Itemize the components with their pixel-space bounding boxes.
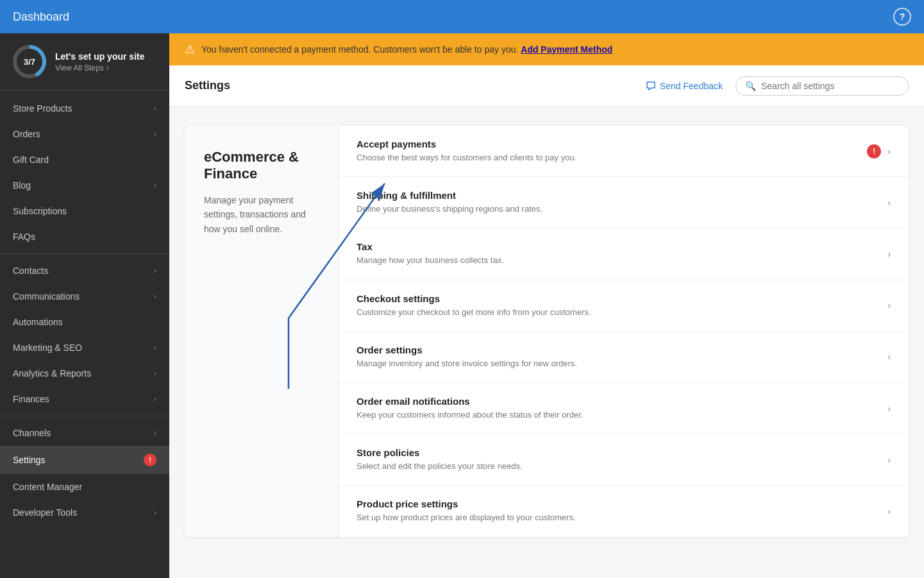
sidebar: 3/7 Let's set up your site View All Step… (0, 33, 169, 578)
sidebar-item-settings[interactable]: Settings ! (0, 446, 169, 474)
setup-section[interactable]: 3/7 Let's set up your site View All Step… (0, 33, 169, 90)
row-title: Shipping & fulfillment (357, 190, 887, 201)
feedback-icon (646, 81, 656, 91)
view-all-steps-link[interactable]: View All Steps › (55, 64, 144, 72)
sidebar-item-channels[interactable]: Channels › (0, 420, 169, 446)
chevron-icon: › (154, 395, 156, 404)
row-description: Customize your checkout to get more info… (357, 307, 887, 318)
sidebar-divider-2 (0, 416, 169, 416)
row-title: Order email notifications (357, 396, 887, 407)
help-button[interactable]: ? (893, 8, 911, 26)
sidebar-item-automations[interactable]: Automations (0, 309, 169, 335)
chevron-icon: › (154, 343, 156, 352)
sidebar-item-finances[interactable]: Finances › (0, 386, 169, 412)
sidebar-item-store-products[interactable]: Store Products › (0, 96, 169, 121)
chevron-icon: › (887, 455, 891, 465)
chevron-icon: › (887, 352, 891, 362)
row-title: Order settings (357, 344, 887, 355)
setup-progress-text: 3/7 (17, 49, 42, 74)
sidebar-item-blog[interactable]: Blog › (0, 173, 169, 198)
row-title: Accept payments (357, 139, 867, 149)
sidebar-divider (0, 253, 169, 254)
add-payment-method-link[interactable]: Add Payment Method (521, 44, 612, 55)
chevron-icon: › (154, 104, 156, 113)
setup-title: Let's set up your site (55, 51, 144, 62)
sidebar-item-faqs[interactable]: FAQs (0, 224, 169, 250)
settings-row-tax[interactable]: Tax Manage how your business collects ta… (339, 228, 909, 280)
settings-row-order-email[interactable]: Order email notifications Keep your cust… (339, 383, 909, 434)
settings-row-store-policies[interactable]: Store policies Select and edit the polic… (339, 434, 909, 486)
main-layout: 3/7 Let's set up your site View All Step… (0, 33, 924, 578)
settings-row-checkout[interactable]: Checkout settings Customize your checkou… (339, 280, 909, 332)
sidebar-item-developer-tools[interactable]: Developer Tools › (0, 500, 169, 525)
sidebar-item-communications[interactable]: Communications › (0, 284, 169, 309)
content-area: ⚠ You haven't connected a payment method… (169, 33, 924, 578)
chevron-icon: › (154, 508, 156, 517)
sidebar-item-content-manager[interactable]: Content Manager (0, 474, 169, 500)
row-title: Product price settings (357, 498, 887, 509)
row-title: Tax (357, 241, 887, 252)
chevron-icon: › (887, 198, 891, 208)
settings-error-badge: ! (144, 454, 156, 466)
chevron-icon: › (154, 181, 156, 190)
chevron-icon: › (154, 292, 156, 301)
settings-row-order-settings[interactable]: Order settings Manage inventory and stor… (339, 332, 909, 383)
search-box[interactable]: 🔍 (735, 76, 909, 96)
row-description: Define your business's shipping regions … (357, 203, 887, 215)
panel-section-title: eCommerce & Finance (204, 149, 319, 183)
row-description: Keep your customers informed about the s… (357, 409, 887, 421)
sidebar-item-orders[interactable]: Orders › (0, 121, 169, 147)
chevron-icon: › (887, 404, 891, 414)
chevron-icon: › (887, 506, 891, 516)
row-error-badge: ! (867, 144, 881, 158)
settings-content: eCommerce & Finance Manage your payment … (169, 106, 924, 578)
setup-progress-circle: 3/7 (13, 45, 46, 78)
settings-panel: eCommerce & Finance Manage your payment … (185, 126, 909, 537)
row-description: Set up how product prices are displayed … (357, 512, 887, 523)
chevron-icon: › (887, 146, 891, 157)
warning-banner: ⚠ You haven't connected a payment method… (169, 33, 924, 65)
warning-icon: ⚠ (185, 42, 195, 56)
header-actions: Send Feedback 🔍 (646, 76, 909, 96)
panel-section-description: Manage your payment settings, transactio… (204, 193, 319, 236)
search-icon: 🔍 (745, 81, 756, 91)
row-title: Checkout settings (357, 293, 887, 304)
row-title: Store policies (357, 447, 887, 458)
chevron-icon: › (154, 266, 156, 275)
chevron-icon: › (887, 249, 891, 259)
settings-header: Settings Send Feedback 🔍 (169, 65, 924, 106)
chevron-icon: › (154, 130, 156, 139)
row-description: Choose the best ways for customers and c… (357, 152, 867, 164)
sidebar-item-marketing-seo[interactable]: Marketing & SEO › (0, 335, 169, 361)
warning-message: You haven't connected a payment method. … (201, 44, 909, 55)
panel-right: Accept payments Choose the best ways for… (339, 126, 909, 537)
chevron-icon: › (154, 369, 156, 378)
app-title: Dashboard (13, 10, 69, 24)
sidebar-nav: Store Products › Orders › Gift Card Blog… (0, 90, 169, 578)
sidebar-item-contacts[interactable]: Contacts › (0, 258, 169, 284)
search-input[interactable] (761, 81, 899, 91)
settings-row-product-price[interactable]: Product price settings Set up how produc… (339, 486, 909, 536)
settings-row-shipping[interactable]: Shipping & fulfillment Define your busin… (339, 177, 909, 228)
sidebar-item-subscriptions[interactable]: Subscriptions (0, 198, 169, 224)
row-description: Manage inventory and store invoice setti… (357, 358, 887, 370)
row-description: Select and edit the policies your store … (357, 461, 887, 472)
setup-text-block: Let's set up your site View All Steps › (55, 51, 144, 72)
page-title: Settings (185, 79, 230, 92)
chevron-icon: › (887, 300, 891, 310)
chevron-icon: › (154, 429, 156, 438)
sidebar-item-analytics-reports[interactable]: Analytics & Reports › (0, 361, 169, 386)
panel-left: eCommerce & Finance Manage your payment … (185, 126, 339, 537)
row-description: Manage how your business collects tax. (357, 255, 887, 266)
top-bar: Dashboard ? (0, 0, 924, 33)
settings-row-accept-payments[interactable]: Accept payments Choose the best ways for… (339, 126, 909, 177)
sidebar-item-gift-card[interactable]: Gift Card (0, 147, 169, 173)
send-feedback-button[interactable]: Send Feedback (646, 81, 723, 91)
